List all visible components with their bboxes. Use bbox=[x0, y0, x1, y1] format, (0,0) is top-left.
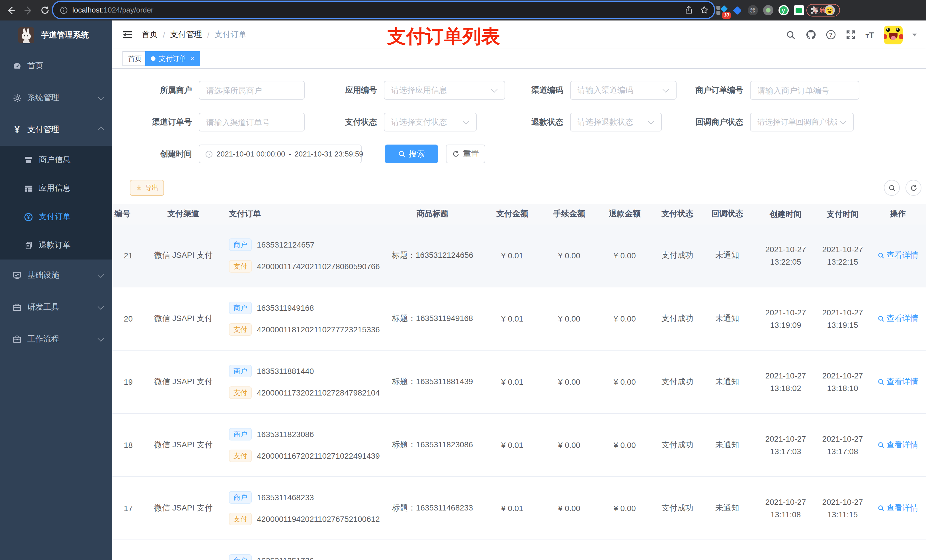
sidebar-item-merchant-info[interactable]: 商户信息 bbox=[0, 146, 112, 174]
cell-refund: ¥ 0.00 bbox=[593, 350, 656, 413]
sidebar-item-infrastructure[interactable]: 基础设施 bbox=[0, 260, 112, 291]
update-button[interactable]: 更新 ⋮ bbox=[806, 4, 840, 17]
share-icon[interactable] bbox=[684, 6, 693, 14]
breadcrumb-separator: / bbox=[207, 30, 210, 39]
table-row: 18 微信 JSAPI 支付 商户 1635311823086 支付 42000… bbox=[112, 414, 926, 477]
github-icon[interactable] bbox=[805, 30, 816, 40]
document-copy-icon bbox=[24, 241, 33, 250]
cell-create-time: 2021-10-2713:22:05 bbox=[756, 224, 816, 287]
cell-amount: ¥ 0.01 bbox=[480, 224, 545, 287]
tab-home[interactable]: 首页 bbox=[123, 51, 147, 66]
extension-sketch-icon[interactable]: 10 bbox=[716, 5, 727, 16]
help-icon[interactable]: ? bbox=[826, 30, 836, 40]
extension-record-icon[interactable] bbox=[763, 5, 773, 16]
cell-order: 商户 1635311881440 支付 42000011732021102728… bbox=[226, 350, 386, 413]
chevron-down-icon bbox=[648, 118, 654, 125]
extension-command-icon[interactable]: ⌘ bbox=[747, 5, 758, 16]
app-title: 芋道管理系统 bbox=[41, 30, 89, 41]
extension-badge: 10 bbox=[722, 12, 731, 18]
fullscreen-icon[interactable] bbox=[846, 30, 856, 40]
app-logo[interactable]: 芋道管理系统 bbox=[0, 21, 112, 50]
table-header: 编号 支付渠道 支付订单 商品标题 支付金额 手续金额 退款金额 支付状态 回调… bbox=[112, 204, 926, 224]
refund-status-select[interactable]: 请选择退款状态 bbox=[570, 113, 662, 131]
col-amount: 支付金额 bbox=[480, 204, 545, 223]
channel-order-no-field[interactable] bbox=[199, 118, 304, 127]
browser-toolbar: localhost:1024/pay/order 10 ⌘ y 更新 bbox=[0, 0, 926, 21]
extension-y-icon[interactable]: y bbox=[778, 5, 789, 16]
close-icon[interactable]: × bbox=[190, 55, 194, 62]
breadcrumb-home[interactable]: 首页 bbox=[142, 30, 158, 40]
cell-pay-time: 2021-10-2713:18:10 bbox=[816, 350, 870, 413]
filter-refund-status: 退款状态 请选择退款状态 bbox=[487, 113, 662, 131]
view-detail-link[interactable]: 查看详情 bbox=[877, 377, 918, 387]
extension-chat-icon[interactable] bbox=[793, 5, 804, 16]
cell-fee: ¥ 0.00 bbox=[545, 287, 593, 350]
sidebar-item-pay-order[interactable]: ¥ 支付订单 bbox=[0, 202, 112, 231]
pay-status-select[interactable]: 请选择支付状态 bbox=[384, 113, 477, 131]
cell-pay-status: 支付成功 bbox=[656, 224, 699, 287]
col-order: 支付订单 bbox=[226, 204, 386, 223]
merchant-tag: 商户 bbox=[229, 238, 252, 251]
cell-pay-status: 支付成功 bbox=[656, 287, 699, 350]
reload-button[interactable] bbox=[36, 2, 53, 19]
sidebar-item-payment[interactable]: ¥ 支付管理 bbox=[0, 114, 112, 146]
merchant-order-no-field[interactable] bbox=[750, 86, 859, 95]
user-avatar[interactable] bbox=[884, 25, 903, 44]
bookmark-star-icon[interactable] bbox=[700, 6, 708, 14]
filter-merchant: 所属商户 bbox=[113, 81, 305, 100]
refresh-button[interactable] bbox=[905, 180, 921, 196]
export-button[interactable]: 导出 bbox=[130, 180, 164, 196]
view-detail-link[interactable]: 查看详情 bbox=[877, 440, 918, 450]
cell-create-time: 2021-10-2713:17:03 bbox=[756, 414, 816, 476]
filter-app: 应用编号 请选择应用信息 bbox=[300, 81, 505, 100]
site-info-icon[interactable] bbox=[60, 6, 68, 14]
merchant-order-no-input[interactable] bbox=[750, 81, 859, 100]
view-detail-link[interactable]: 查看详情 bbox=[877, 503, 918, 513]
reset-button[interactable]: 重置 bbox=[446, 145, 485, 163]
cell-pay-status: 支付成功 bbox=[656, 350, 699, 413]
pay-tag: 支付 bbox=[229, 260, 252, 273]
search-icon[interactable] bbox=[785, 30, 796, 40]
date-end[interactable]: 2021-10-31 23:59:59 bbox=[294, 150, 363, 158]
merchant-input-field[interactable] bbox=[199, 86, 304, 95]
cell-pay-time: 2021-10-2713:19:15 bbox=[816, 287, 870, 350]
cell-channel: 微信 JSAPI 支付 bbox=[141, 477, 226, 539]
breadcrumb-payment[interactable]: 支付管理 bbox=[170, 30, 202, 40]
filter-callback-status: 回调商户状态 请选择订单回调商户状态 bbox=[656, 113, 854, 131]
view-detail-link[interactable]: 查看详情 bbox=[877, 314, 918, 324]
back-button[interactable] bbox=[2, 2, 20, 19]
tab-pay-order[interactable]: 支付订单 × bbox=[145, 51, 200, 66]
chevron-down-icon bbox=[98, 303, 104, 310]
sidebar-fold-icon[interactable] bbox=[123, 30, 133, 40]
sidebar-item-home[interactable]: 首页 bbox=[0, 50, 112, 82]
breadcrumb-separator: / bbox=[163, 30, 165, 39]
search-button[interactable]: 搜索 bbox=[385, 145, 438, 163]
search-icon bbox=[877, 252, 884, 259]
extension-gem-icon[interactable] bbox=[732, 5, 743, 16]
sidebar-item-app-info[interactable]: 应用信息 bbox=[0, 174, 112, 202]
cell-create-time: 2021-10-2713:19:09 bbox=[756, 287, 816, 350]
cell-title: 标题：1635311881439 bbox=[386, 350, 480, 413]
chrome-menu-icon[interactable]: ⋮ bbox=[829, 6, 836, 15]
sidebar-item-system[interactable]: 系统管理 bbox=[0, 82, 112, 114]
channel-order-no-input[interactable] bbox=[199, 113, 305, 131]
sidebar-item-dev-tools[interactable]: 研发工具 bbox=[0, 291, 112, 323]
col-title: 商品标题 bbox=[386, 204, 480, 223]
merchant-order-no: 1635312124657 bbox=[257, 240, 314, 249]
date-start[interactable]: 2021-10-01 00:00:00 bbox=[216, 150, 285, 158]
view-detail-link[interactable]: 查看详情 bbox=[877, 251, 918, 261]
address-bar[interactable]: localhost:1024/pay/order bbox=[53, 2, 714, 18]
url-text[interactable]: localhost:1024/pay/order bbox=[72, 6, 678, 14]
forward-button[interactable] bbox=[20, 2, 36, 19]
toggle-search-button[interactable] bbox=[884, 180, 900, 196]
sidebar-item-workflow[interactable]: 工作流程 bbox=[0, 323, 112, 355]
create-time-range-picker[interactable]: 2021-10-01 00:00:00 - 2021-10-31 23:59:5… bbox=[199, 145, 362, 163]
sidebar-item-refund-order[interactable]: 退款订单 bbox=[0, 231, 112, 260]
cell-refund: ¥ 0.00 bbox=[593, 477, 656, 539]
sidebar: 芋道管理系统 首页 系统管理 ¥ 支付管理 bbox=[0, 21, 112, 560]
font-size-icon[interactable]: TT bbox=[865, 30, 874, 39]
cell-pay-status: 支付成功 bbox=[656, 477, 699, 539]
avatar-caret-icon[interactable] bbox=[912, 33, 917, 36]
merchant-input[interactable] bbox=[199, 81, 305, 100]
callback-status-select[interactable]: 请选择订单回调商户状态 bbox=[750, 113, 854, 131]
